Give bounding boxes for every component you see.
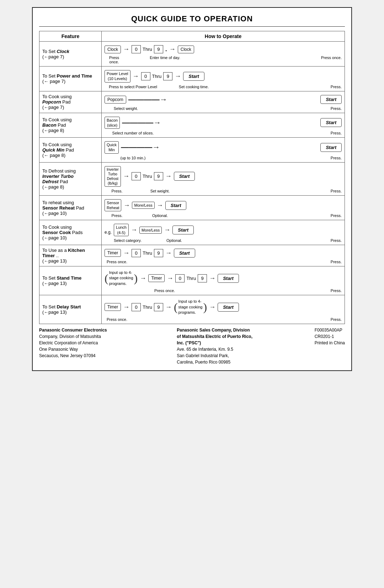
page-title: QUICK GUIDE TO OPERATION <box>39 14 345 27</box>
row-sensor-cook: To Cook usingSensor Cook Pads(←page 10) … <box>39 220 345 245</box>
row-bacon: To Cook usingBacon Pad(←page 8) Bacon(sl… <box>39 113 345 138</box>
lbl-select-weight-pop: Select weight. <box>105 106 147 111</box>
arrow-inv2: → <box>165 173 172 180</box>
thru-group-ds: 0 Thru 9 <box>132 303 163 311</box>
operate-popcorn: Popcorn ————→ Start Select weight. Press… <box>102 91 345 113</box>
feature-delay-start: To Set Delay Start(←page 13) <box>39 295 102 324</box>
footer-left-line4: One Panasonic Way <box>39 346 171 353</box>
sensor-reheat-key: SensorReheat <box>105 199 121 212</box>
operate-power-time: Power Level(10 Levels) → 0 Thru 9 → Star… <box>102 67 345 91</box>
header-operate: How to Operate <box>102 31 345 42</box>
feature-kitchen-timer: To Use as a KitchenTimer ..(←page 13) <box>39 245 102 266</box>
lbl-press-inv: Press. <box>105 189 129 193</box>
arrow-ds2: → <box>165 303 172 311</box>
label-row-bacon: Select number of slices. Press. <box>105 131 342 135</box>
thru-group-inv: 0 Thru 9 <box>132 172 163 180</box>
more-less-key-srh: More/Less <box>132 202 154 209</box>
footer-right-line5: San Gabriel Industrial Park, <box>177 353 309 359</box>
start-key-bac: Start <box>320 118 342 127</box>
zero-key-ds: 0 <box>132 303 141 311</box>
arrow2: . <box>165 46 167 53</box>
label-row-st: Press once. Press. <box>105 288 342 293</box>
row-delay-start: To Set Delay Start(←page 13) Timer → 0 T… <box>39 295 345 324</box>
zero-key: 0 <box>132 45 141 53</box>
lbl-press-sc: Press. <box>331 238 342 243</box>
lbl-enter-time: Enter time of day. <box>137 55 193 60</box>
brace-left-ds: ( <box>174 301 178 313</box>
op-row-srh: SensorReheat → More/Less → Start <box>105 198 342 213</box>
row-kitchen-timer: To Use as a KitchenTimer ..(←page 13) Ti… <box>39 245 345 266</box>
op-row-clock: Clock → 0 Thru 9 . → Clock <box>105 44 342 55</box>
lbl-set-weight: Set weight. <box>142 189 178 193</box>
more-less-key-sc: More/Less <box>139 227 162 234</box>
nine-key-p: 9 <box>163 72 172 80</box>
feature-power-time: To Set Power and Time(← page 7) <box>39 67 102 91</box>
arrow-qm: ————→ <box>121 143 318 152</box>
operate-sensor-cook: e.g. Lunch(4-5) → More/Less → Start Sele… <box>102 220 345 245</box>
lunch-key: Lunch(4-5) <box>114 224 129 236</box>
footer-right: Panasonic Sales Company, Division of Mat… <box>177 327 309 365</box>
feature-text-popcorn: To Cook usingPopcorn Pad(←page 7) <box>42 94 71 110</box>
arrow-st1: → <box>140 275 146 282</box>
page-ref-ds: (←page 13) <box>42 309 67 315</box>
start-key-kt: Start <box>174 249 195 258</box>
op-row-st: ( Input up to 4-stage cookingprograms. )… <box>105 269 342 288</box>
lbl-press-once: Press once. <box>105 55 124 64</box>
lbl-press-p: Press. <box>331 85 342 89</box>
footer-left-line3: Electric Corporation of America <box>39 340 171 346</box>
label-row-kt: Press once. Press. <box>105 260 342 264</box>
operate-set-clock: Clock → 0 Thru 9 . → Clock Press once. <box>102 42 345 67</box>
zero-key-st: 0 <box>175 274 185 282</box>
lbl-press-once-st: Press once. <box>154 288 175 293</box>
operate-stand-time: ( Input up to 4-stage cookingprograms. )… <box>102 266 345 295</box>
arrow-pop: ————→ <box>128 95 319 104</box>
lbl-press-srh: Press. <box>105 213 129 218</box>
operate-inverter: InverterTurboDefrost(lb/kg) → 0 Thru 9 →… <box>102 162 345 195</box>
arrow-p1: → <box>133 73 139 80</box>
page-ref-srh: (←page 10) <box>42 211 67 216</box>
label-row-sc: Select category. Optional. Press. <box>105 238 342 243</box>
op-row-power: Power Level(10 Levels) → 0 Thru 9 → Star… <box>105 69 342 84</box>
label-row-clock: Press once. Enter time of day. Press onc… <box>105 55 342 64</box>
op-row-ds: Timer → 0 Thru 9 → ( Input up to 4-stage… <box>105 297 342 317</box>
eg-label: e.g. <box>105 230 112 235</box>
lbl-press-qm: Press. <box>331 156 342 160</box>
thru-label-inv: Thru <box>142 174 153 179</box>
page-ref-power: (← page 7) <box>42 79 65 84</box>
lbl-select-cat: Select category. <box>105 238 151 243</box>
feature-text-kt: To Use as a KitchenTimer ..(←page 13) <box>42 248 85 264</box>
page-ref: (←page 7) <box>42 54 64 59</box>
feature-quickmin: To Cook usingQuick Min Pad(← page 8) <box>39 138 102 163</box>
lbl-press-srh2: Press. <box>331 213 342 218</box>
arrow-sc1: → <box>131 226 137 234</box>
label-row-ds: Press once. Press. <box>105 317 342 322</box>
start-key-sc: Start <box>172 226 194 234</box>
lbl-optional-sc: Optional. <box>156 238 192 243</box>
page-ref-inverter: (←page 8) <box>42 184 64 190</box>
row-popcorn: To Cook usingPopcorn Pad(←page 7) Popcor… <box>39 91 345 113</box>
nine-key-st: 9 <box>198 274 207 282</box>
lbl-press-inv2: Press. <box>331 189 342 193</box>
label-row-popcorn: Select weight. Press. <box>105 106 342 111</box>
footer-right-line1: Panasonic Sales Company, Division <box>177 327 309 333</box>
arrow-sc2: → <box>164 226 170 234</box>
feature-text-quickmin: To Cook usingQuick Min Pad(← page 8) <box>42 142 74 158</box>
brace-right-ds: ) <box>203 301 207 313</box>
inverter-key: InverterTurboDefrost(lb/kg) <box>105 166 121 187</box>
footer-right-line2: of Matsushita Electric of Puerto Rico, <box>177 333 309 340</box>
op-row-quickmin: QuickMin ————→ Start <box>105 140 342 155</box>
page-ref-popcorn: (←page 7) <box>42 105 64 110</box>
guide-table: Feature How to Operate To Set Clock(←pag… <box>39 31 345 324</box>
start-key-pop: Start <box>320 95 342 104</box>
thru-label-p: Thru <box>151 74 163 79</box>
timer-key-ds: Timer <box>105 303 121 311</box>
row-stand-time: To Set Stand Time(←page 13) ( Input up t… <box>39 266 345 295</box>
lbl-press-select: Press to select Power Level <box>105 85 161 89</box>
feature-text: To Set Clock(←page 7) <box>42 49 69 59</box>
power-level-key: Power Level(10 Levels) <box>105 70 130 83</box>
lbl-press-ds: Press. <box>331 317 342 322</box>
page-ref-quickmin: (← page 8) <box>42 153 65 158</box>
footer-right-line4: Ave. 65 de Infanteria, Km. 9.5 <box>177 346 309 353</box>
clock-key: Clock <box>105 46 121 53</box>
thru-group-power: 0 Thru 9 <box>141 72 173 80</box>
